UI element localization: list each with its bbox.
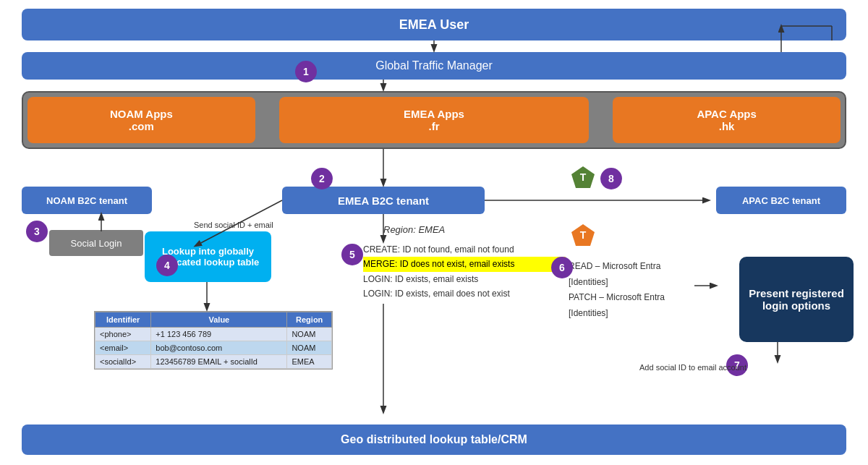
lookup-table: Identifier Value Region <phone>+1 123 45… — [94, 311, 333, 370]
noam-b2c-label: NOAM B2C tenant — [46, 195, 127, 206]
badge-4: 4 — [156, 255, 178, 276]
step6-line1: READ – Microsoft Entra [Identities] — [569, 259, 695, 290]
apac-b2c-tenant: APAC B2C tenant — [716, 187, 846, 214]
table-cell-value: bob@contoso.com — [151, 341, 287, 355]
pentagon-t-green: T — [570, 165, 596, 191]
table-cell-region: EMEA — [287, 355, 332, 369]
col-region: Region — [287, 312, 332, 328]
social-login-label: Social Login — [71, 238, 122, 249]
badge-1: 1 — [295, 61, 317, 82]
badge-5: 5 — [341, 244, 363, 265]
table-row: <socialId>123456789 EMAIL + socialIdEMEA — [95, 355, 332, 369]
table-cell-identifier: <socialId> — [95, 355, 151, 369]
emea-user-bar: EMEA User — [22, 9, 846, 40]
badge-6: 6 — [551, 257, 573, 278]
table-cell-region: NOAM — [287, 341, 332, 355]
social-login-box: Social Login — [49, 230, 143, 256]
emea-user-label: EMEA User — [399, 17, 469, 33]
present-login-box: Present registered login options — [739, 257, 854, 342]
table-row: <email>bob@contoso.comNOAM — [95, 341, 332, 355]
gtm-bar: Global Traffic Manager — [22, 52, 846, 80]
noam-b2c-tenant: NOAM B2C tenant — [22, 187, 152, 214]
region-label: Region: EMEA — [383, 224, 445, 235]
step6-block: READ – Microsoft Entra [Identities] PATC… — [569, 259, 695, 321]
badge-2: 2 — [311, 168, 333, 189]
diagram: EMEA User Global Traffic Manager NOAM Ap… — [0, 0, 868, 465]
emea-b2c-label: EMEA B2C tenant — [338, 195, 429, 207]
step6-line2: PATCH – Microsoft Entra [Identities] — [569, 290, 695, 321]
gtm-label: Global Traffic Manager — [375, 59, 493, 72]
geo-bar: Geo distributed lookup table/CRM — [22, 425, 846, 455]
apac-apps-label: APAC Apps.hk — [697, 108, 757, 132]
badge-3: 3 — [26, 221, 48, 242]
emea-apps-box: EMEA Apps.fr — [279, 97, 588, 143]
table-cell-value: 123456789 EMAIL + socialId — [151, 355, 287, 369]
geo-label: Geo distributed lookup table/CRM — [341, 433, 527, 446]
emea-apps-label: EMEA Apps.fr — [404, 108, 464, 132]
pentagon-t-orange: T — [570, 223, 596, 249]
step5-line2-highlight: MERGE: ID does not exist, email exists — [363, 257, 566, 271]
noam-apps-label: NOAM Apps.com — [110, 108, 173, 132]
step5-line4: LOGIN: ID exists, email does not exist — [363, 286, 566, 301]
step5-block: CREATE: ID not found, email not found ME… — [363, 242, 566, 302]
table-cell-identifier: <email> — [95, 341, 151, 355]
table-cell-value: +1 123 456 789 — [151, 328, 287, 341]
emea-b2c-tenant: EMEA B2C tenant — [282, 187, 485, 214]
col-value: Value — [151, 312, 287, 328]
badge-8: 8 — [600, 168, 622, 189]
send-social-id-label: Send social ID + email — [194, 221, 273, 229]
svg-text:T: T — [580, 171, 587, 183]
table-cell-identifier: <phone> — [95, 328, 151, 341]
noam-apps-box: NOAM Apps.com — [27, 97, 255, 143]
apac-b2c-label: APAC B2C tenant — [742, 195, 820, 206]
apps-row: NOAM Apps.com EMEA Apps.fr APAC Apps.hk — [22, 91, 846, 149]
present-login-label: Present registered login options — [746, 287, 846, 312]
table-row: <phone>+1 123 456 789NOAM — [95, 328, 332, 341]
col-identifier: Identifier — [95, 312, 151, 328]
table-cell-region: NOAM — [287, 328, 332, 341]
apac-apps-box: APAC Apps.hk — [613, 97, 841, 143]
add-social-id-label: Add social ID to email account — [639, 363, 746, 372]
step5-line1: CREATE: ID not found, email not found — [363, 242, 566, 257]
svg-text:T: T — [580, 229, 587, 241]
step5-line3: LOGIN: ID exists, email exists — [363, 272, 566, 286]
